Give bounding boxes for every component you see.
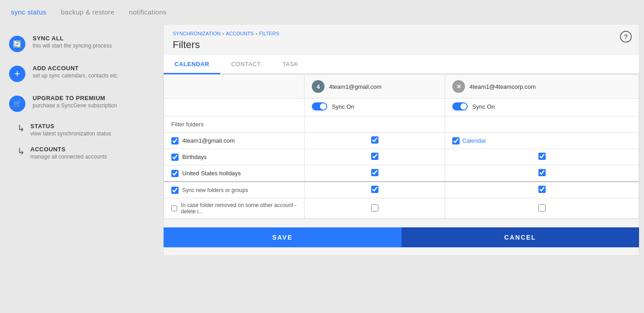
account2-avatar: ✕	[452, 80, 465, 93]
folder3-check1	[305, 165, 445, 182]
save-button[interactable]: SAVE	[164, 227, 402, 247]
filter-table-container: 4 4team1@gmail.com ✕ 4team1@4teamcorp.co…	[164, 74, 639, 219]
sync-all-subtitle: this will start the syncing process	[33, 43, 112, 49]
folder2-account2-checkbox[interactable]	[538, 153, 546, 160]
nav-backup-restore[interactable]: backup & restore	[61, 8, 114, 16]
breadcrumb-sync[interactable]: SYNCHRONIZATION	[173, 31, 221, 36]
breadcrumb-sep-2: ›	[256, 31, 257, 36]
table-row: In case folder removed on some other acc…	[164, 198, 639, 219]
table-row: 4team1@gmail.com Calendar	[164, 133, 639, 149]
tab-calendar[interactable]: CALENDAR	[164, 55, 220, 74]
sidebar-sub-item-status[interactable]: ↳ Status view latest synchronization sta…	[0, 118, 163, 141]
tab-contact[interactable]: CONTACT	[220, 55, 271, 73]
sidebar-item-sync-all[interactable]: 🔄 SYNC ALL this will start the syncing p…	[0, 29, 163, 58]
option2-label-cell: In case folder removed on some other acc…	[164, 198, 305, 219]
content-panel: SYNCHRONIZATION › ACCOUNTS › FILTERS Fil…	[163, 24, 639, 256]
accounts-arrow-icon: ↳	[17, 146, 25, 157]
folder1-checkbox-main[interactable]	[171, 137, 179, 144]
col-account2-header: ✕ 4team1@4teamcorp.com	[445, 75, 639, 99]
folder2-label-cell: Birthdays	[164, 149, 305, 165]
option2-check1	[305, 198, 445, 219]
upgrade-icon: 🛒	[9, 96, 25, 112]
sidebar-item-upgrade[interactable]: 🛒 UPGRADE TO PREMIUM purchase a SyncGene…	[0, 88, 163, 118]
breadcrumb-sep-1: ›	[223, 31, 224, 36]
accounts-subtitle: manage all connected accounts	[30, 154, 107, 160]
table-row: United States holidays	[164, 165, 639, 182]
folder1-check1	[305, 133, 445, 149]
account1-toggle[interactable]	[312, 102, 327, 111]
sidebar-item-add-account[interactable]: + ADD ACCOUNT set up sync calendars, con…	[0, 58, 163, 88]
filter-folders-col2	[445, 116, 639, 133]
sync-all-icon: 🔄	[9, 36, 25, 52]
filter-folders-header-row: Filter folders	[164, 116, 639, 133]
nav-notifications[interactable]: notifications	[129, 8, 167, 16]
option2-label: In case folder removed on some other acc…	[181, 202, 297, 215]
folder1-account1-checkbox[interactable]	[371, 136, 378, 144]
option2-checkbox-main[interactable]	[171, 205, 177, 212]
filter-folders-label: Filter folders	[164, 116, 305, 133]
divider-row: Sync new folders or groups	[164, 182, 639, 198]
folder3-label-cell: United States holidays	[164, 165, 305, 182]
upgrade-subtitle: purchase a SyncGene subscription	[33, 102, 117, 109]
account2-sync-toggle: Sync On	[445, 99, 639, 116]
option1-checkbox-main[interactable]	[171, 187, 179, 194]
nav-sync-status[interactable]: sync status	[11, 8, 46, 16]
add-account-subtitle: set up sync calendars, contacts etc.	[33, 72, 119, 79]
upgrade-title: UPGRADE TO PREMIUM	[33, 95, 117, 101]
sync-on-row: Sync On Sync On	[164, 99, 639, 116]
folder3-label: United States holidays	[182, 170, 241, 177]
account2-sync-label: Sync On	[472, 103, 495, 110]
sync-label-empty	[164, 99, 305, 116]
account2-email: 4team1@4teamcorp.com	[470, 83, 536, 90]
col-label-header	[164, 75, 305, 99]
breadcrumb-accounts[interactable]: ACCOUNTS	[226, 31, 254, 36]
folder1-calendar-label: Calendar	[462, 137, 486, 144]
option1-account2-checkbox[interactable]	[538, 186, 546, 193]
account1-sync-label: Sync On	[332, 103, 354, 110]
sidebar: 🔄 SYNC ALL this will start the syncing p…	[0, 24, 163, 260]
folder3-account2-checkbox[interactable]	[538, 169, 546, 176]
table-row: Birthdays	[164, 149, 639, 165]
sidebar-sub-item-accounts[interactable]: ↳ Accounts manage all connected accounts	[0, 141, 163, 164]
folder2-checkbox-main[interactable]	[171, 154, 179, 161]
status-arrow-icon: ↳	[17, 123, 25, 134]
folder1-account2-checkbox[interactable]	[452, 137, 460, 144]
top-nav: sync status backup & restore notificatio…	[0, 0, 644, 24]
tabs-bar: CALENDAR CONTACT TASK	[164, 55, 639, 74]
account1-avatar: 4	[312, 80, 324, 93]
folder1-label-cell: 4team1@gmail.com	[164, 133, 305, 149]
add-account-title: ADD ACCOUNT	[33, 65, 119, 72]
help-icon[interactable]: ?	[620, 31, 632, 43]
option2-account2-checkbox[interactable]	[538, 204, 546, 212]
status-title: Status	[30, 123, 111, 130]
account1-sync-toggle: Sync On	[305, 99, 445, 116]
folder3-account1-checkbox[interactable]	[371, 169, 378, 176]
folder1-check2: Calendar	[445, 133, 639, 149]
option2-account1-checkbox[interactable]	[371, 204, 378, 212]
tab-task[interactable]: TASK	[271, 55, 309, 73]
breadcrumb-filters[interactable]: FILTERS	[259, 31, 279, 36]
add-account-icon: +	[9, 66, 25, 82]
folder3-checkbox-main[interactable]	[171, 170, 179, 177]
folder3-check2	[445, 165, 639, 182]
page-title: Filters	[164, 38, 639, 55]
table-header-row: 4 4team1@gmail.com ✕ 4team1@4teamcorp.co…	[164, 75, 639, 99]
folder2-check2	[445, 149, 639, 165]
button-row: SAVE CANCEL	[164, 219, 639, 255]
folder2-label: Birthdays	[182, 154, 207, 160]
account1-email: 4team1@gmail.com	[329, 83, 382, 90]
sync-all-title: SYNC ALL	[33, 35, 112, 42]
option2-check2	[445, 198, 639, 219]
col-account1-header: 4 4team1@gmail.com	[305, 75, 445, 99]
breadcrumb: SYNCHRONIZATION › ACCOUNTS › FILTERS	[164, 24, 639, 38]
status-subtitle: view latest synchronization status	[30, 130, 111, 137]
cancel-button[interactable]: CANCEL	[402, 227, 639, 247]
folder2-account1-checkbox[interactable]	[371, 153, 378, 160]
option1-account1-checkbox[interactable]	[371, 186, 378, 193]
folder1-label: 4team1@gmail.com	[182, 137, 235, 144]
option1-label: Sync new folders or groups	[182, 187, 248, 193]
accounts-title: Accounts	[30, 146, 107, 153]
filter-folders-col1	[305, 116, 445, 133]
folder2-check1	[305, 149, 445, 165]
account2-toggle[interactable]	[452, 102, 468, 111]
